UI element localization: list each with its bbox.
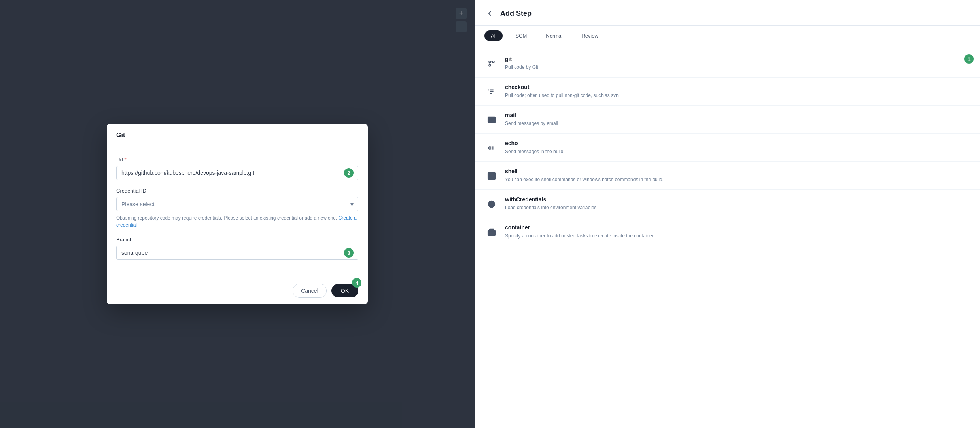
step-info-shell: shell You can execute shell commands or …: [505, 168, 971, 183]
url-input-wrapper: 2: [116, 166, 358, 180]
sidebar-header: Add Step: [475, 0, 980, 26]
url-field-group: Url * 2: [116, 157, 358, 180]
step-name-echo: echo: [505, 140, 971, 146]
step-item-container[interactable]: container Specify a container to add nes…: [475, 218, 980, 246]
svg-point-10: [490, 202, 493, 205]
back-button[interactable]: [484, 8, 496, 19]
modal-header: Git: [107, 124, 368, 147]
step-item-withcredentials[interactable]: withCredentials Load credentials into en…: [475, 190, 980, 218]
echo-icon: [484, 141, 499, 155]
branch-input[interactable]: [116, 246, 358, 260]
credential-select-wrapper: Please select ▾: [116, 197, 358, 211]
step-name-git: git: [505, 56, 971, 62]
step-name-container: container: [505, 224, 971, 231]
tab-scm[interactable]: SCM: [509, 30, 533, 41]
modal-overlay: Git Url * 2 Credential ID Please sele: [0, 0, 475, 428]
required-star: *: [125, 157, 127, 163]
credential-helper-text: Obtaining repository code may require cr…: [116, 214, 358, 229]
git-icon: [484, 57, 499, 71]
step-name-shell: shell: [505, 168, 971, 174]
modal-body: Url * 2 Credential ID Please select ▾: [107, 147, 368, 277]
cancel-button[interactable]: Cancel: [293, 284, 327, 298]
step-list: git Pull code by Git 1 checkout Pull cod…: [475, 46, 980, 428]
step-desc-shell: You can execute shell commands or window…: [505, 176, 971, 183]
right-sidebar: Add Step All SCM Normal Review git Pull …: [475, 0, 980, 428]
branch-step-badge: 3: [344, 248, 354, 258]
shell-icon: [484, 169, 499, 183]
step-item-echo[interactable]: echo Send messages in the build: [475, 134, 980, 162]
branch-label: Branch: [116, 237, 358, 242]
step-desc-echo: Send messages in the build: [505, 148, 971, 155]
step-info-git: git Pull code by Git: [505, 56, 971, 71]
step-desc-mail: Send messages by email: [505, 120, 971, 127]
step-desc-container: Specify a container to add nested tasks …: [505, 232, 971, 239]
step-badge-git: 1: [964, 54, 974, 64]
url-input[interactable]: [116, 166, 358, 180]
credentials-icon: [484, 197, 499, 211]
step-info-mail: mail Send messages by email: [505, 112, 971, 127]
url-step-badge: 2: [344, 168, 354, 178]
svg-point-0: [489, 61, 491, 63]
step-desc-checkout: Pull code; often used to pull non-git co…: [505, 92, 971, 99]
step-name-mail: mail: [505, 112, 971, 118]
step-item-shell[interactable]: shell You can execute shell commands or …: [475, 162, 980, 190]
modal-footer: Cancel 4 OK: [107, 277, 368, 304]
tab-review[interactable]: Review: [575, 30, 605, 41]
svg-rect-11: [488, 230, 495, 235]
tab-all[interactable]: All: [484, 30, 503, 41]
branch-input-wrapper: 3: [116, 246, 358, 260]
step-info-echo: echo Send messages in the build: [505, 140, 971, 155]
container-icon: [484, 225, 499, 239]
git-modal: Git Url * 2 Credential ID Please sele: [107, 124, 368, 304]
checkout-icon: [484, 85, 499, 99]
step-item-checkout[interactable]: checkout Pull code; often used to pull n…: [475, 78, 980, 106]
credential-select[interactable]: Please select: [116, 197, 358, 211]
step-item-mail[interactable]: mail Send messages by email: [475, 106, 980, 134]
step-desc-withcredentials: Load credentials into environment variab…: [505, 204, 971, 211]
step-name-withcredentials: withCredentials: [505, 196, 971, 203]
tab-normal[interactable]: Normal: [539, 30, 569, 41]
step-desc-git: Pull code by Git: [505, 64, 971, 71]
ok-step-badge: 4: [352, 278, 361, 288]
step-info-withcredentials: withCredentials Load credentials into en…: [505, 196, 971, 211]
filter-tabs: All SCM Normal Review: [475, 26, 980, 46]
step-item-git[interactable]: git Pull code by Git 1: [475, 49, 980, 78]
sidebar-title: Add Step: [500, 9, 532, 18]
svg-point-2: [489, 64, 491, 66]
step-name-checkout: checkout: [505, 84, 971, 90]
step-info-checkout: checkout Pull code; often used to pull n…: [505, 84, 971, 99]
credential-label: Credential ID: [116, 188, 358, 194]
url-label: Url *: [116, 157, 358, 163]
mail-icon: [484, 113, 499, 127]
branch-field-group: Branch 3: [116, 237, 358, 260]
svg-rect-12: [490, 229, 494, 231]
credential-field-group: Credential ID Please select ▾ Obtaining …: [116, 188, 358, 229]
modal-title: Git: [116, 132, 358, 139]
step-info-container: container Specify a container to add nes…: [505, 224, 971, 239]
